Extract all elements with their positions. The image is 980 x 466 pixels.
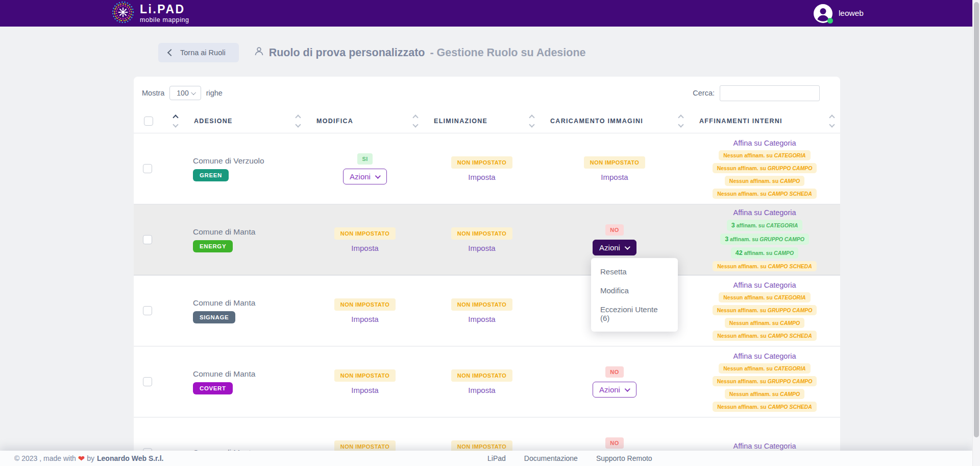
search-input[interactable] bbox=[720, 85, 820, 101]
affina-su-categoria-link[interactable]: Affina su Categoria bbox=[733, 352, 796, 360]
affinamento-badge: Nessun affinam. su GRUPPO CAMPO bbox=[713, 376, 817, 386]
affinamento-badge: Nessun affinam. su CATEGORIA bbox=[719, 363, 810, 374]
menu-item-eccezioni-utente[interactable]: Eccezioni Utente (6) bbox=[591, 300, 678, 328]
header-eliminazione[interactable]: ELIMINAZIONE bbox=[424, 109, 540, 133]
person-icon bbox=[254, 46, 264, 59]
menu-item-resetta[interactable]: Resetta bbox=[591, 262, 678, 281]
header-select-column[interactable] bbox=[134, 109, 184, 133]
affinamento-badge: Nessun affinam. su CAMPO SCHEDA bbox=[713, 331, 817, 341]
chevron-up-icon bbox=[173, 114, 178, 120]
footer-copyright: © 2023 , made with bbox=[14, 454, 76, 462]
imposta-link[interactable]: Imposta bbox=[601, 173, 628, 181]
heart-icon: ❤ bbox=[78, 454, 85, 463]
non-impostato-badge: NON IMPOSTATO bbox=[451, 369, 512, 382]
footer-link-lipad[interactable]: LiPad bbox=[487, 454, 506, 462]
table-header-row: ADESIONE MODIFICA ELIMINAZIONE bbox=[134, 109, 840, 133]
sort-icons[interactable] bbox=[679, 115, 683, 127]
header-caricamento-immagini[interactable]: CARICAMENTO IMMAGINI bbox=[540, 109, 689, 133]
rows-label: righe bbox=[206, 89, 223, 97]
back-to-roles-button[interactable]: Torna ai Ruoli bbox=[158, 43, 239, 62]
header-affinamenti-interni[interactable]: AFFINAMENTI INTERNI bbox=[689, 109, 840, 133]
si-badge: SI bbox=[357, 153, 372, 165]
adesione-tag: ENERGY bbox=[193, 240, 233, 252]
chevron-up-icon bbox=[829, 114, 835, 120]
page: Li.PAD mobile mapping leoweb Torna ai Ru… bbox=[0, 0, 980, 466]
select-all-checkbox[interactable] bbox=[144, 116, 153, 126]
affinamento-badge: 3 affinam. su CATEGORIA bbox=[727, 220, 802, 231]
footer-link-documentazione[interactable]: Documentazione bbox=[524, 454, 578, 462]
sort-icons[interactable] bbox=[530, 115, 534, 127]
azioni-dropdown-button[interactable]: Azioni bbox=[593, 382, 636, 398]
back-button-label: Torna ai Ruoli bbox=[180, 49, 226, 57]
affina-su-categoria-link[interactable]: Affina su Categoria bbox=[733, 208, 796, 217]
sort-icons[interactable] bbox=[296, 115, 300, 127]
affinamento-badge: Nessun affinam. su CAMPO bbox=[725, 176, 804, 186]
chevron-down-icon bbox=[412, 122, 418, 127]
adesione-tag: SIGNAGE bbox=[193, 311, 235, 323]
imposta-link[interactable]: Imposta bbox=[351, 386, 378, 394]
header-modifica[interactable]: MODIFICA bbox=[306, 109, 424, 133]
search-label: Cerca: bbox=[693, 89, 715, 97]
row-checkbox[interactable] bbox=[143, 377, 152, 386]
chevron-up-icon bbox=[412, 114, 418, 120]
affinamento-badge: Nessun affinam. su GRUPPO CAMPO bbox=[713, 163, 817, 173]
footer-links: LiPad Documentazione Supporto Remoto bbox=[487, 454, 652, 462]
azioni-dropdown-menu: Resetta Modifica Eccezioni Utente (6) bbox=[591, 258, 678, 332]
adesione-tag: GREEN bbox=[193, 169, 229, 181]
sort-icons[interactable] bbox=[830, 115, 834, 127]
page-size-select[interactable]: 100 bbox=[169, 86, 201, 100]
row-checkbox[interactable] bbox=[143, 164, 152, 173]
table-row-selected: Comune di Manta ENERGY NON IMPOSTATO Imp… bbox=[134, 204, 840, 275]
non-impostato-badge: NON IMPOSTATO bbox=[451, 227, 512, 240]
logo[interactable]: Li.PAD mobile mapping bbox=[111, 1, 189, 26]
chevron-down-icon bbox=[375, 173, 381, 179]
imposta-link[interactable]: Imposta bbox=[468, 244, 495, 252]
no-badge: NO bbox=[605, 437, 623, 449]
chevron-down-icon bbox=[529, 122, 534, 127]
affinamento-badge: 42 affinam. su CAMPO bbox=[731, 247, 798, 259]
user-menu[interactable]: leoweb bbox=[814, 4, 864, 23]
affina-su-categoria-link[interactable]: Affina su Categoria bbox=[733, 442, 796, 450]
footer: © 2023 , made with ❤ by Leonardo Web S.r… bbox=[0, 451, 973, 466]
scrollbar-thumb[interactable] bbox=[974, 2, 979, 437]
affinamento-badge: Nessun affinam. su CAMPO SCHEDA bbox=[713, 189, 817, 199]
row-checkbox[interactable] bbox=[143, 235, 152, 244]
top-navbar: Li.PAD mobile mapping leoweb bbox=[0, 0, 980, 27]
sort-icons[interactable] bbox=[413, 115, 418, 127]
affina-su-categoria-link[interactable]: Affina su Categoria bbox=[733, 281, 796, 289]
chevron-down-icon bbox=[678, 122, 683, 127]
footer-link-supporto-remoto[interactable]: Supporto Remoto bbox=[596, 454, 652, 462]
page-header: Torna ai Ruoli Ruolo di prova personaliz… bbox=[158, 43, 586, 62]
logo-title: Li.PAD bbox=[140, 4, 189, 15]
affina-su-categoria-link[interactable]: Affina su Categoria bbox=[733, 139, 796, 147]
chevron-up-icon bbox=[529, 114, 534, 120]
affinamento-badge: Nessun affinam. su CATEGORIA bbox=[719, 150, 810, 160]
vertical-scrollbar[interactable] bbox=[972, 0, 980, 466]
chevron-up-icon bbox=[678, 114, 683, 120]
header-adesione[interactable]: ADESIONE bbox=[184, 109, 306, 133]
non-impostato-badge: NON IMPOSTATO bbox=[584, 156, 645, 169]
page-size-value: 100 bbox=[177, 89, 188, 97]
imposta-link[interactable]: Imposta bbox=[351, 244, 378, 252]
azioni-dropdown-button-open[interactable]: Azioni bbox=[593, 240, 636, 255]
adesione-name: Comune di Manta bbox=[193, 369, 255, 379]
chevron-down-icon bbox=[829, 122, 835, 127]
non-impostato-badge: NON IMPOSTATO bbox=[451, 298, 512, 311]
table-row: Comune di Manta COVERT NON IMPOSTATO Imp… bbox=[134, 346, 840, 417]
row-checkbox[interactable] bbox=[143, 306, 152, 315]
imposta-link[interactable]: Imposta bbox=[468, 386, 495, 394]
adesione-tag: COVERT bbox=[193, 382, 233, 394]
imposta-link[interactable]: Imposta bbox=[468, 315, 495, 323]
non-impostato-badge: NON IMPOSTATO bbox=[334, 227, 396, 240]
imposta-link[interactable]: Imposta bbox=[351, 315, 378, 323]
no-badge: NO bbox=[605, 366, 623, 378]
logo-starburst-icon bbox=[111, 1, 135, 26]
imposta-link[interactable]: Imposta bbox=[468, 173, 495, 181]
adesione-name: Comune di Manta bbox=[193, 298, 255, 308]
online-status-icon bbox=[827, 18, 833, 24]
sort-icons[interactable] bbox=[174, 115, 178, 127]
user-avatar bbox=[814, 4, 832, 23]
azioni-dropdown-button[interactable]: Azioni bbox=[343, 169, 387, 184]
menu-item-modifica[interactable]: Modifica bbox=[591, 281, 678, 300]
username: leoweb bbox=[839, 9, 864, 18]
